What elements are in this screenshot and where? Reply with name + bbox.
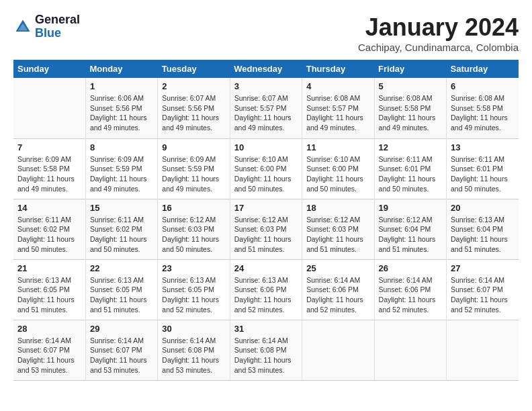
day-number: 16 <box>162 203 225 213</box>
calendar-cell: 11Sunrise: 6:10 AM Sunset: 6:00 PM Dayli… <box>302 138 374 199</box>
day-info: Sunrise: 6:14 AM Sunset: 6:06 PM Dayligh… <box>306 275 369 315</box>
day-number: 19 <box>379 203 442 213</box>
day-number: 6 <box>451 81 515 91</box>
week-row-3: 14Sunrise: 6:11 AM Sunset: 6:02 PM Dayli… <box>13 199 519 259</box>
day-number: 15 <box>90 203 153 213</box>
day-info: Sunrise: 6:13 AM Sunset: 6:04 PM Dayligh… <box>451 215 515 255</box>
logo-text-line1: General <box>35 13 80 27</box>
calendar-cell <box>447 320 519 380</box>
day-number: 25 <box>306 263 369 273</box>
calendar-cell: 5Sunrise: 6:08 AM Sunset: 5:58 PM Daylig… <box>374 78 446 138</box>
day-number: 21 <box>17 263 81 273</box>
header-saturday: Saturday <box>447 60 519 78</box>
day-info: Sunrise: 6:10 AM Sunset: 6:00 PM Dayligh… <box>306 154 369 194</box>
day-info: Sunrise: 6:13 AM Sunset: 6:05 PM Dayligh… <box>90 275 153 315</box>
week-row-5: 28Sunrise: 6:14 AM Sunset: 6:07 PM Dayli… <box>13 320 519 380</box>
day-info: Sunrise: 6:14 AM Sunset: 6:06 PM Dayligh… <box>379 275 442 315</box>
day-info: Sunrise: 6:13 AM Sunset: 6:06 PM Dayligh… <box>234 275 298 315</box>
calendar-cell: 15Sunrise: 6:11 AM Sunset: 6:02 PM Dayli… <box>85 199 157 259</box>
day-number: 27 <box>451 263 515 273</box>
calendar-table: SundayMondayTuesdayWednesdayThursdayFrid… <box>13 60 519 381</box>
calendar-header-row: SundayMondayTuesdayWednesdayThursdayFrid… <box>13 60 519 78</box>
day-number: 23 <box>162 263 225 273</box>
calendar-cell: 6Sunrise: 6:08 AM Sunset: 5:58 PM Daylig… <box>447 78 519 138</box>
calendar-cell: 29Sunrise: 6:14 AM Sunset: 6:07 PM Dayli… <box>85 320 157 380</box>
day-info: Sunrise: 6:12 AM Sunset: 6:03 PM Dayligh… <box>162 215 225 255</box>
page-header: General Blue January 2024 Cachipay, Cund… <box>13 13 519 53</box>
calendar-cell: 1Sunrise: 6:06 AM Sunset: 5:56 PM Daylig… <box>85 78 157 138</box>
day-number: 5 <box>379 81 442 91</box>
day-info: Sunrise: 6:14 AM Sunset: 6:08 PM Dayligh… <box>162 336 225 375</box>
location: Cachipay, Cundinamarca, Colombia <box>358 42 519 53</box>
day-number: 14 <box>17 203 81 213</box>
calendar-cell: 27Sunrise: 6:14 AM Sunset: 6:07 PM Dayli… <box>447 259 519 320</box>
day-info: Sunrise: 6:09 AM Sunset: 5:58 PM Dayligh… <box>17 154 81 194</box>
day-info: Sunrise: 6:08 AM Sunset: 5:58 PM Dayligh… <box>379 93 442 133</box>
day-info: Sunrise: 6:08 AM Sunset: 5:58 PM Dayligh… <box>451 93 515 133</box>
day-number: 17 <box>234 203 298 213</box>
day-info: Sunrise: 6:12 AM Sunset: 6:04 PM Dayligh… <box>379 215 442 255</box>
day-number: 29 <box>90 324 153 334</box>
day-number: 30 <box>162 324 225 334</box>
header-thursday: Thursday <box>302 60 374 78</box>
day-info: Sunrise: 6:06 AM Sunset: 5:56 PM Dayligh… <box>90 93 153 133</box>
calendar-cell: 4Sunrise: 6:08 AM Sunset: 5:57 PM Daylig… <box>302 78 374 138</box>
day-number: 9 <box>162 142 225 152</box>
calendar-cell: 16Sunrise: 6:12 AM Sunset: 6:03 PM Dayli… <box>158 199 230 259</box>
day-number: 2 <box>162 81 225 91</box>
day-number: 26 <box>379 263 442 273</box>
calendar-cell: 9Sunrise: 6:09 AM Sunset: 5:59 PM Daylig… <box>158 138 230 199</box>
day-number: 8 <box>90 142 153 152</box>
day-number: 10 <box>234 142 298 152</box>
calendar-cell: 10Sunrise: 6:10 AM Sunset: 6:00 PM Dayli… <box>230 138 302 199</box>
week-row-2: 7Sunrise: 6:09 AM Sunset: 5:58 PM Daylig… <box>13 138 519 199</box>
logo-icon <box>13 17 32 36</box>
day-number: 7 <box>17 142 81 152</box>
day-info: Sunrise: 6:11 AM Sunset: 6:02 PM Dayligh… <box>90 215 153 255</box>
calendar-cell: 28Sunrise: 6:14 AM Sunset: 6:07 PM Dayli… <box>13 320 85 380</box>
header-friday: Friday <box>374 60 446 78</box>
day-number: 12 <box>379 142 442 152</box>
day-info: Sunrise: 6:08 AM Sunset: 5:57 PM Dayligh… <box>306 93 369 133</box>
calendar-cell: 20Sunrise: 6:13 AM Sunset: 6:04 PM Dayli… <box>447 199 519 259</box>
calendar-cell: 14Sunrise: 6:11 AM Sunset: 6:02 PM Dayli… <box>13 199 85 259</box>
calendar-cell: 12Sunrise: 6:11 AM Sunset: 6:01 PM Dayli… <box>374 138 446 199</box>
day-info: Sunrise: 6:10 AM Sunset: 6:00 PM Dayligh… <box>234 154 298 194</box>
day-info: Sunrise: 6:14 AM Sunset: 6:07 PM Dayligh… <box>451 275 515 315</box>
calendar-cell: 30Sunrise: 6:14 AM Sunset: 6:08 PM Dayli… <box>158 320 230 380</box>
calendar-cell: 8Sunrise: 6:09 AM Sunset: 5:59 PM Daylig… <box>85 138 157 199</box>
calendar-cell: 13Sunrise: 6:11 AM Sunset: 6:01 PM Dayli… <box>447 138 519 199</box>
day-info: Sunrise: 6:07 AM Sunset: 5:57 PM Dayligh… <box>234 93 298 133</box>
day-number: 1 <box>90 81 153 91</box>
calendar-cell: 21Sunrise: 6:13 AM Sunset: 6:05 PM Dayli… <box>13 259 85 320</box>
calendar-cell: 17Sunrise: 6:12 AM Sunset: 6:03 PM Dayli… <box>230 199 302 259</box>
day-number: 11 <box>306 142 369 152</box>
day-info: Sunrise: 6:11 AM Sunset: 6:01 PM Dayligh… <box>451 154 515 194</box>
day-number: 22 <box>90 263 153 273</box>
calendar-cell: 24Sunrise: 6:13 AM Sunset: 6:06 PM Dayli… <box>230 259 302 320</box>
day-info: Sunrise: 6:14 AM Sunset: 6:08 PM Dayligh… <box>234 336 298 375</box>
header-monday: Monday <box>85 60 157 78</box>
day-number: 28 <box>17 324 81 334</box>
day-info: Sunrise: 6:09 AM Sunset: 5:59 PM Dayligh… <box>162 154 225 194</box>
calendar-cell: 2Sunrise: 6:07 AM Sunset: 5:56 PM Daylig… <box>158 78 230 138</box>
calendar-cell: 23Sunrise: 6:13 AM Sunset: 6:05 PM Dayli… <box>158 259 230 320</box>
month-title: January 2024 <box>358 13 519 42</box>
logo: General Blue <box>13 13 80 40</box>
calendar-cell <box>302 320 374 380</box>
header-tuesday: Tuesday <box>158 60 230 78</box>
calendar-cell: 7Sunrise: 6:09 AM Sunset: 5:58 PM Daylig… <box>13 138 85 199</box>
title-block: January 2024 Cachipay, Cundinamarca, Col… <box>358 13 519 53</box>
day-info: Sunrise: 6:13 AM Sunset: 6:05 PM Dayligh… <box>17 275 81 315</box>
week-row-1: 1Sunrise: 6:06 AM Sunset: 5:56 PM Daylig… <box>13 78 519 138</box>
logo-text-line2: Blue <box>35 27 80 40</box>
calendar-cell <box>374 320 446 380</box>
calendar-cell: 31Sunrise: 6:14 AM Sunset: 6:08 PM Dayli… <box>230 320 302 380</box>
day-number: 13 <box>451 142 515 152</box>
day-info: Sunrise: 6:12 AM Sunset: 6:03 PM Dayligh… <box>306 215 369 255</box>
header-sunday: Sunday <box>13 60 85 78</box>
day-number: 18 <box>306 203 369 213</box>
week-row-4: 21Sunrise: 6:13 AM Sunset: 6:05 PM Dayli… <box>13 259 519 320</box>
day-info: Sunrise: 6:14 AM Sunset: 6:07 PM Dayligh… <box>90 336 153 375</box>
day-info: Sunrise: 6:11 AM Sunset: 6:01 PM Dayligh… <box>379 154 442 194</box>
